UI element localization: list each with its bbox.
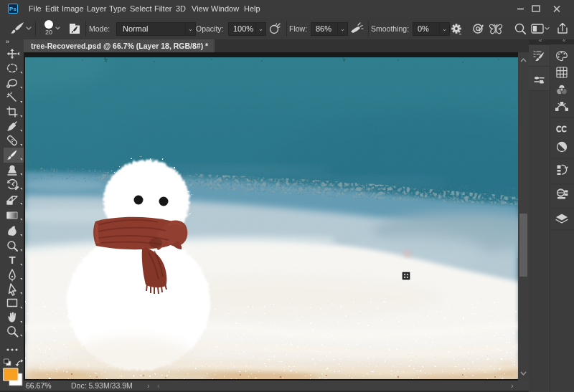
svg-text:20: 20 [45, 29, 52, 36]
svg-text:»: » [6, 39, 9, 45]
svg-text:T: T [9, 254, 15, 266]
